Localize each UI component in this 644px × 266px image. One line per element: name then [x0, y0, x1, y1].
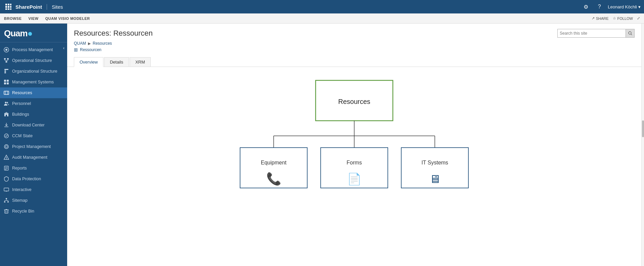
svg-rect-5 [10, 6, 11, 8]
search-input[interactable] [558, 29, 626, 37]
sidebar-label: Management Systems [12, 80, 64, 84]
tabs: Overview Details XRM [67, 55, 641, 67]
svg-rect-26 [7, 82, 9, 84]
sidebar-item-operational-structure[interactable]: Operational Structure [0, 55, 67, 66]
sidebar-item-interactive[interactable]: Interactive [0, 184, 67, 195]
forms-label: Forms [347, 160, 362, 165]
app-grid-button[interactable] [3, 2, 13, 12]
focus-button[interactable]: ⤢ [637, 16, 640, 21]
follow-button[interactable]: ☆ FOLLOW [613, 16, 633, 21]
svg-point-31 [7, 102, 8, 103]
svg-rect-27 [4, 91, 9, 94]
svg-rect-51 [7, 201, 9, 202]
sidebar-item-audit-management[interactable]: Audit Management [0, 152, 67, 163]
share-icon: ↗ [592, 16, 595, 21]
sidebar-item-download-center[interactable]: Download Center [0, 120, 67, 130]
settings-button[interactable]: ⚙ [581, 2, 591, 12]
tab-xrm[interactable]: XRM [130, 57, 151, 67]
app-name: SharePoint [15, 4, 42, 10]
sidebar-item-buildings[interactable]: Buildings [0, 109, 67, 120]
svg-rect-58 [6, 209, 7, 210]
sidebar-item-organizational-structure[interactable]: Organizational Structure [0, 66, 67, 77]
svg-rect-25 [4, 82, 6, 84]
subpage-icon: ⊞ [74, 47, 78, 52]
user-menu[interactable]: Leonard Köchli ▾ [608, 4, 641, 9]
user-name: Leonard Köchli [608, 4, 637, 9]
sidebar-item-resources[interactable]: Resources [0, 87, 67, 98]
svg-point-37 [4, 145, 8, 149]
interactive-icon [3, 187, 9, 193]
main-content: Resources: Ressourcen QUAM ▶ Resources ⊞… [67, 24, 641, 266]
sidebar-item-recycle-bin[interactable]: Recycle Bin [0, 206, 67, 217]
gear-circle-icon [3, 47, 9, 53]
page-title: Resources: Ressourcen [74, 29, 153, 38]
search-submit-button[interactable] [626, 29, 634, 37]
svg-rect-56 [5, 210, 8, 213]
svg-rect-2 [10, 4, 11, 5]
svg-rect-18 [4, 69, 8, 70]
scrollbar-thumb[interactable] [642, 120, 644, 137]
svg-rect-3 [5, 6, 7, 8]
sidebar-collapse-button[interactable]: ‹ [60, 44, 67, 52]
breadcrumb-root[interactable]: QUAM [74, 41, 86, 46]
svg-rect-46 [4, 188, 9, 191]
svg-rect-34 [6, 115, 7, 116]
scrollbar-area[interactable] [641, 24, 644, 266]
star-icon: ☆ [613, 16, 616, 21]
svg-marker-33 [4, 112, 9, 114]
ribbon: BROWSE VIEW QUAM VISIO MODELER ↗ SHARE ☆… [0, 13, 644, 24]
project-icon [3, 144, 9, 150]
breadcrumb-separator-icon: ▶ [88, 41, 91, 46]
mgmt-icon [3, 79, 9, 85]
svg-point-41 [6, 158, 7, 159]
svg-rect-50 [4, 201, 5, 202]
sidebar-item-ccm-state[interactable]: CCM State [0, 130, 67, 141]
download-icon [3, 122, 9, 128]
sidebar-item-data-protection[interactable]: Data Protection [0, 174, 67, 184]
ccm-icon [3, 133, 9, 139]
sidebar-label: Reports [12, 166, 64, 170]
help-button[interactable]: ? [594, 2, 604, 12]
svg-rect-12 [7, 58, 9, 60]
document-icon: 📄 [347, 172, 362, 186]
monitor-icon: 🖥 [429, 173, 441, 185]
resources-diagram: Resources Equipment 📞 Forms [237, 74, 472, 208]
sidebar-item-management-systems[interactable]: Management Systems [0, 77, 67, 87]
svg-rect-6 [5, 8, 7, 10]
sidebar-item-reports[interactable]: Reports [0, 163, 67, 174]
sidebar-nav: Process Management Operational Structure [0, 42, 67, 217]
breadcrumb-sub-link[interactable]: Ressourcen [80, 47, 101, 52]
svg-rect-23 [4, 80, 6, 82]
sidebar-label: Recycle Bin [12, 209, 64, 214]
building-icon [3, 111, 9, 117]
sidebar-item-personnel[interactable]: Personnel [0, 98, 67, 109]
report-icon [3, 165, 9, 171]
resources-icon [3, 90, 9, 96]
tab-overview[interactable]: Overview [74, 57, 103, 67]
svg-rect-20 [4, 72, 6, 73]
audit-icon [3, 154, 9, 160]
main-header: Resources: Ressourcen [67, 24, 641, 40]
trash-icon [3, 208, 9, 214]
sidebar-label: Operational Structure [12, 58, 64, 63]
svg-rect-49 [6, 198, 7, 199]
sidebar-item-sitemap[interactable]: Sitemap [0, 195, 67, 206]
ribbon-view[interactable]: VIEW [29, 16, 39, 21]
ribbon-quam-visio[interactable]: QUAM VISIO MODELER [45, 16, 90, 21]
search-icon [628, 31, 632, 35]
svg-point-30 [5, 102, 7, 104]
svg-rect-11 [4, 58, 6, 60]
sidebar-item-project-management[interactable]: Project Management [0, 141, 67, 152]
sidebar-item-process-management[interactable]: Process Management [0, 44, 67, 55]
ribbon-browse[interactable]: BROWSE [4, 16, 22, 21]
tab-details[interactable]: Details [104, 57, 129, 67]
org2-icon [3, 68, 9, 74]
share-button[interactable]: ↗ SHARE [592, 16, 609, 21]
sitemap-icon [3, 197, 9, 203]
breadcrumb-resources[interactable]: Resources [93, 41, 112, 46]
sites-label: Sites [47, 4, 63, 10]
root-node-label: Resources [338, 98, 370, 105]
svg-rect-7 [8, 8, 9, 10]
layout: Quam● ‹ Process Management [0, 24, 644, 266]
org-icon [3, 58, 9, 64]
